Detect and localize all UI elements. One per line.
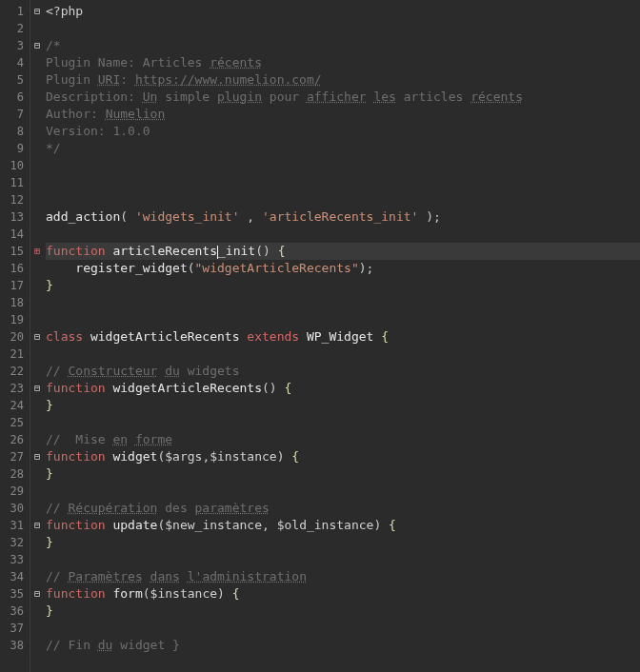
fold-spacer <box>30 123 44 140</box>
line-number: 4 <box>0 54 30 71</box>
line-number-gutter: 1234567891011121314151617181920212223242… <box>0 0 30 672</box>
fold-spacer <box>30 431 44 448</box>
fold-spacer <box>30 191 44 208</box>
line-number: 28 <box>0 465 30 483</box>
code-line[interactable]: } <box>46 465 640 483</box>
code-line[interactable]: */ <box>46 140 640 157</box>
fold-spacer <box>30 71 44 89</box>
code-line[interactable]: function widget($args,$instance) { <box>46 448 640 465</box>
code-line[interactable] <box>46 294 640 311</box>
code-line[interactable]: /* <box>46 37 640 54</box>
code-line[interactable]: register_widget("widgetArticleRecents"); <box>46 260 640 277</box>
line-number: 10 <box>0 157 30 174</box>
line-number: 35 <box>0 585 30 603</box>
line-number: 36 <box>0 603 30 620</box>
line-number: 34 <box>0 568 30 585</box>
line-number: 33 <box>0 551 30 568</box>
fold-spacer <box>30 483 44 500</box>
code-line[interactable]: function widgetArticleRecents() { <box>46 380 640 397</box>
code-line[interactable]: // Paramètres dans l'administration <box>46 568 640 585</box>
code-line[interactable]: Description: Un simple plugin pour affic… <box>46 89 640 106</box>
code-line[interactable] <box>46 174 640 191</box>
code-line[interactable]: function update($new_instance, $old_inst… <box>46 517 640 534</box>
code-line[interactable]: // Récupération des paramètres <box>46 500 640 517</box>
line-number: 16 <box>0 260 30 277</box>
line-number: 14 <box>0 226 30 243</box>
fold-spacer <box>30 534 44 551</box>
code-line[interactable] <box>46 157 640 174</box>
code-line[interactable]: Author: Numelion <box>46 106 640 123</box>
line-number: 25 <box>0 414 30 431</box>
line-number: 1 <box>0 3 30 20</box>
line-number: 20 <box>0 328 30 346</box>
code-line[interactable]: } <box>46 603 640 620</box>
code-line[interactable]: // Constructeur du widgets <box>46 363 640 380</box>
fold-collapse-icon[interactable] <box>30 37 44 54</box>
code-line[interactable] <box>46 20 640 37</box>
code-line[interactable] <box>46 191 640 208</box>
line-number: 29 <box>0 483 30 500</box>
fold-spacer <box>30 397 44 414</box>
line-number: 23 <box>0 380 30 397</box>
fold-expand-icon[interactable] <box>30 243 44 260</box>
code-line[interactable] <box>46 620 640 637</box>
line-number: 21 <box>0 346 30 363</box>
fold-spacer <box>30 260 44 277</box>
code-line[interactable] <box>46 551 640 568</box>
code-line[interactable] <box>46 311 640 328</box>
fold-collapse-icon[interactable] <box>30 328 44 346</box>
fold-collapse-icon[interactable] <box>30 585 44 603</box>
fold-collapse-icon[interactable] <box>30 380 44 397</box>
fold-spacer <box>30 465 44 483</box>
line-number: 24 <box>0 397 30 414</box>
fold-collapse-icon[interactable] <box>30 3 44 20</box>
fold-column <box>30 0 44 672</box>
line-number: 13 <box>0 208 30 226</box>
fold-spacer <box>30 414 44 431</box>
code-line[interactable]: // Mise en forme <box>46 431 640 448</box>
code-line[interactable]: } <box>46 277 640 294</box>
line-number: 3 <box>0 37 30 54</box>
fold-spacer <box>30 174 44 191</box>
line-number: 30 <box>0 500 30 517</box>
line-number: 7 <box>0 106 30 123</box>
code-line[interactable] <box>46 483 640 500</box>
code-line[interactable]: class widgetArticleRecents extends WP_Wi… <box>46 328 640 346</box>
code-line[interactable]: function form($instance) { <box>46 585 640 603</box>
code-line[interactable]: } <box>46 397 640 414</box>
fold-spacer <box>30 157 44 174</box>
fold-spacer <box>30 54 44 71</box>
fold-spacer <box>30 277 44 294</box>
line-number: 18 <box>0 294 30 311</box>
line-number: 11 <box>0 174 30 191</box>
line-number: 31 <box>0 517 30 534</box>
code-line[interactable]: } <box>46 534 640 551</box>
fold-spacer <box>30 294 44 311</box>
line-number: 37 <box>0 620 30 637</box>
line-number: 8 <box>0 123 30 140</box>
line-number: 17 <box>0 277 30 294</box>
fold-collapse-icon[interactable] <box>30 448 44 465</box>
code-line[interactable]: Version: 1.0.0 <box>46 123 640 140</box>
code-line[interactable]: Plugin Name: Articles récents <box>46 54 640 71</box>
line-number: 6 <box>0 89 30 106</box>
fold-spacer <box>30 637 44 654</box>
code-line[interactable] <box>46 346 640 363</box>
fold-spacer <box>30 20 44 37</box>
fold-collapse-icon[interactable] <box>30 517 44 534</box>
fold-spacer <box>30 620 44 637</box>
code-line[interactable]: // Fin du widget } <box>46 637 640 654</box>
code-line-current[interactable]: function articleRecents_init() { <box>46 243 640 260</box>
fold-spacer <box>30 208 44 226</box>
code-line[interactable]: <?php <box>46 3 640 20</box>
fold-spacer <box>30 551 44 568</box>
fold-spacer <box>30 226 44 243</box>
line-number: 15 <box>0 243 30 260</box>
line-number: 38 <box>0 637 30 654</box>
fold-spacer <box>30 140 44 157</box>
code-line[interactable] <box>46 226 640 243</box>
code-line[interactable]: Plugin URI: https://www.numelion.com/ <box>46 71 640 89</box>
code-area[interactable]: <?php /* Plugin Name: Articles récents P… <box>44 0 640 672</box>
code-line[interactable]: add_action( 'widgets_init' , 'articleRec… <box>46 208 640 226</box>
code-line[interactable] <box>46 414 640 431</box>
